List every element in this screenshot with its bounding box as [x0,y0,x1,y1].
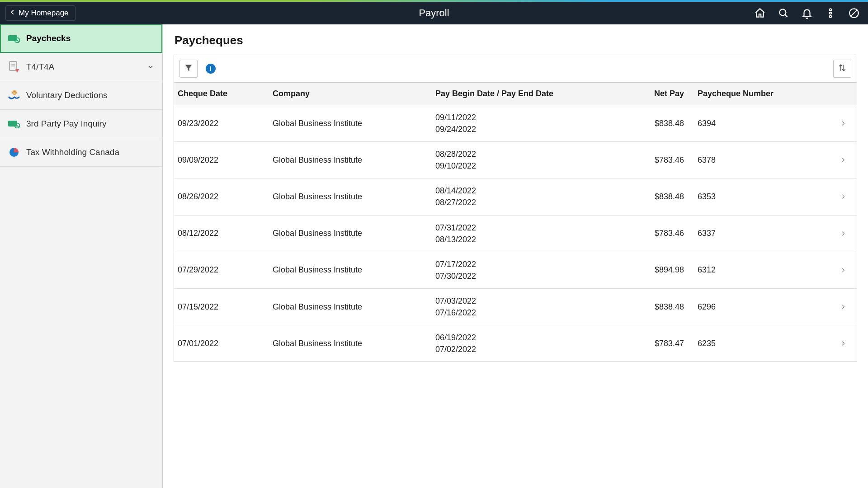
cell-cheque-date: 08/26/2022 [178,192,273,202]
cell-cheque-date: 07/29/2022 [178,265,273,275]
table-toolbar: i [174,55,857,82]
svg-point-3 [830,12,831,14]
cell-company: Global Business Institute [273,265,435,275]
info-icon[interactable]: i [206,64,216,74]
table-row[interactable]: 08/26/2022Global Business Institute08/14… [174,178,857,215]
cell-net-pay: $838.48 [616,119,698,128]
sidebar-item-voluntary-deductions[interactable]: $ Voluntary Deductions [0,81,162,110]
cell-pay-period: 08/28/202209/10/2022 [435,148,616,172]
col-paycheque-number: Paycheque Number [698,89,830,99]
cell-pay-period: 07/17/202207/30/2022 [435,258,616,282]
cell-cheque-date: 09/09/2022 [178,155,273,165]
table-row[interactable]: 07/15/2022Global Business Institute07/03… [174,289,857,325]
svg-marker-13 [15,69,19,73]
svg-line-1 [785,14,787,17]
cell-pay-period: 09/11/202209/24/2022 [435,112,616,135]
cell-company: Global Business Institute [273,302,435,312]
sidebar-item-label: Voluntary Deductions [26,90,108,100]
col-cheque-date: Cheque Date [178,89,273,99]
chevron-right-icon [830,120,857,127]
filter-icon [184,63,193,74]
header-icons [754,7,864,19]
paychecks-icon [8,33,20,44]
back-button[interactable]: My Homepage [5,5,75,21]
home-icon[interactable] [754,7,766,19]
cell-paycheque-number: 6394 [698,119,830,128]
sidebar-item-label: Tax Withholding Canada [26,147,119,157]
cell-net-pay: $783.46 [616,229,698,238]
cell-cheque-date: 09/23/2022 [178,119,273,128]
chevron-down-icon [147,63,154,70]
col-net-pay: Net Pay [616,89,698,99]
cell-pay-period: 06/19/202207/02/2022 [435,332,616,355]
svg-line-6 [851,10,857,16]
sidebar-item-label: T4/T4A [26,62,54,72]
table-row[interactable]: 07/01/2022Global Business Institute06/19… [174,325,857,361]
cell-company: Global Business Institute [273,229,435,238]
chevron-right-icon [830,304,857,310]
sidebar: Paychecks T4/T4A $ Voluntary Deductions … [0,24,163,488]
back-button-label: My Homepage [19,9,69,18]
app-header: My Homepage Payroll [0,2,868,24]
table-row[interactable]: 08/12/2022Global Business Institute07/31… [174,216,857,252]
search-icon[interactable] [778,7,789,19]
cell-cheque-date: 08/12/2022 [178,229,273,238]
document-icon [8,61,20,73]
cell-net-pay: $838.48 [616,192,698,202]
page-title: Paycheques [175,33,857,47]
table-row[interactable]: 09/09/2022Global Business Institute08/28… [174,142,857,178]
chevron-right-icon [830,267,857,273]
cell-company: Global Business Institute [273,339,435,348]
chevron-right-icon [830,193,857,200]
cell-pay-period: 07/31/202208/13/2022 [435,222,616,245]
sidebar-item-label: Paychecks [26,33,71,43]
chevron-right-icon [830,230,857,237]
cell-net-pay: $894.98 [616,265,698,275]
cell-paycheque-number: 6353 [698,192,830,202]
cell-company: Global Business Institute [273,155,435,165]
prohibit-icon[interactable] [848,7,860,19]
cell-net-pay: $783.46 [616,155,698,165]
sort-icon [838,63,847,74]
chevron-left-icon [9,9,16,18]
cell-cheque-date: 07/15/2022 [178,302,273,312]
cell-paycheque-number: 6337 [698,229,830,238]
pay-inquiry-icon [8,118,20,130]
filter-button[interactable] [179,60,198,78]
sort-button[interactable] [833,60,851,78]
table-body: 09/23/2022Global Business Institute09/11… [174,105,857,362]
svg-point-4 [830,15,831,17]
sidebar-item-tax-withholding[interactable]: Tax Withholding Canada [0,138,162,167]
col-company: Company [273,89,435,99]
cell-net-pay: $783.47 [616,339,698,348]
table-row[interactable]: 07/29/2022Global Business Institute07/17… [174,252,857,289]
cell-paycheque-number: 6378 [698,155,830,165]
col-pay-period: Pay Begin Date / Pay End Date [435,89,616,99]
sidebar-item-paychecks[interactable]: Paychecks [0,24,162,53]
svg-point-0 [779,9,786,15]
page-header-title: Payroll [419,7,449,19]
cell-pay-period: 08/14/202208/27/2022 [435,185,616,208]
sidebar-item-3rd-party-pay[interactable]: 3rd Party Pay Inquiry [0,110,162,138]
chevron-right-icon [830,157,857,163]
cell-cheque-date: 07/01/2022 [178,339,273,348]
kebab-menu-icon[interactable] [825,7,836,19]
cell-net-pay: $838.48 [616,302,698,312]
cell-paycheque-number: 6235 [698,339,830,348]
cell-paycheque-number: 6312 [698,265,830,275]
cell-paycheque-number: 6296 [698,302,830,312]
table-row[interactable]: 09/23/2022Global Business Institute09/11… [174,105,857,142]
svg-marker-20 [185,65,192,71]
svg-point-2 [830,9,831,10]
piechart-icon [8,146,20,158]
deductions-icon: $ [8,89,20,101]
bell-icon[interactable] [801,7,813,19]
table-header: Cheque Date Company Pay Begin Date / Pay… [174,82,857,105]
cell-company: Global Business Institute [273,192,435,202]
sidebar-item-t4[interactable]: T4/T4A [0,53,162,81]
svg-text:$: $ [14,91,16,95]
chevron-right-icon [830,340,857,347]
cell-company: Global Business Institute [273,119,435,128]
main-content: Paycheques i Cheque Date Company Pay Beg… [163,24,868,488]
cell-pay-period: 07/03/202207/16/2022 [435,295,616,319]
